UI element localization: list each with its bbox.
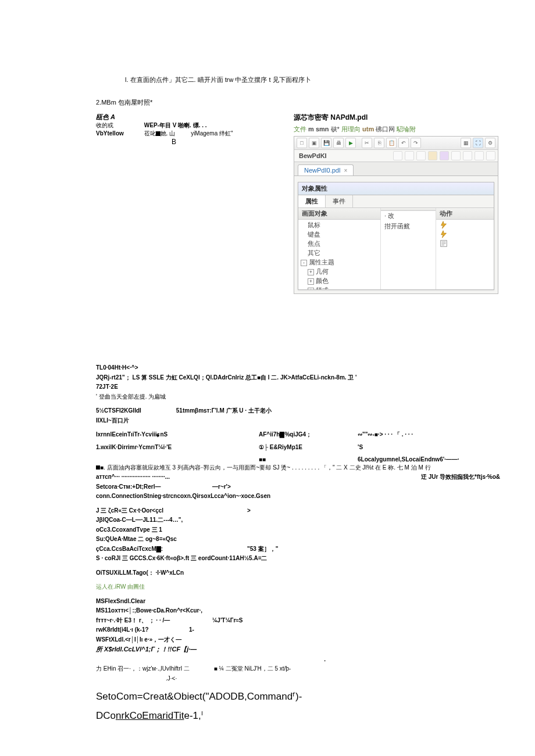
tree-item[interactable]: 焦点 [301,239,378,249]
code-line: JβlQCoa-C—L—·JL11.二---4…", [96,516,500,524]
tree-item[interactable]: +颜色 [301,277,378,286]
code-line: çCca.CcsBaAciTcxcM▇:"53 案］，" [96,545,500,553]
code-line: fттт~r·.·叶 E3！ r、 ； · · /—¼J'T¼Гr≈S [96,617,500,625]
document-tabbar: NewPdI0.pdl × [294,162,498,176]
tree-item[interactable]: +几何 [301,267,378,277]
menu-item-6[interactable]: utm [362,126,374,132]
code-line: Setcora·Cтм:+Dt;Rerl——r~r'> [96,483,500,491]
tree-item[interactable]: 鼠标 [301,221,378,230]
tool-icon-6[interactable] [451,151,461,160]
code-line: IxrnnIEceinTıiTr-YcviiiɕnS AF^ii7h▇%qiJG… [96,431,500,439]
menu-item-7[interactable]: 砩口网 [376,126,395,132]
code-line: 力 EHin 召一·，：wjz'м·.,lUvIhiftrI 二 ■ ¼ 二冤堂… [96,665,500,673]
tree-item[interactable]: 键盘 [301,230,378,239]
menu-item-5[interactable]: 用理向 [341,126,361,132]
right-note: 迂 JUr 导效招痂我乞*ftjs·%o& [421,473,500,481]
palette-block: 瓯色 A 收的或 WEP-年目 V 啪喇. 缥. . . VbYtellow 莅… [96,113,294,146]
menu-item-8[interactable]: 駋埨附 [397,126,416,132]
code-line: ■. 店面油内容塞就应款堆互 3 列高内容··郛云向，一与用面而~要却 SJ 烫… [96,464,500,472]
object-tree[interactable]: 鼠标 键盘 焦点 其它 -属性主题 +几何 +颜色 +样式 +其它 +背景图案 [298,220,380,289]
action-column: 动作 [436,208,494,289]
subtab-properties[interactable]: 属性 [298,195,326,207]
code-line: rwK8rIdt(i4L·ı (k-1?1- [96,626,500,634]
properties-panel: 对象属性 属性 事件 画面对象 鼠标 键盘 焦点 其它 [298,182,494,290]
tool-icon-9[interactable] [486,151,495,160]
expand-icon[interactable]: + [308,288,314,289]
script-icon[interactable] [440,239,448,248]
code-line: conn.ConnectionStnieg·strcncoxn.QirsoxLc… [96,492,500,500]
instruction-line-1: l. 在直面的点件」其它二. 瞄开片面 trw 中圣立摆序 t 见下面程序卜 [125,76,500,84]
menu-item-2[interactable]: m [308,126,314,132]
settings-icon[interactable]: ⚙ [485,138,495,148]
code-line: ■■ 6Localygumnel,SLocaiEndnw6'·——· [96,456,500,464]
menu-item-4[interactable]: 硖* [331,126,340,132]
undo-icon[interactable]: ↶ [398,138,409,148]
tree-item[interactable]: 其它 [301,249,378,258]
code-line: аттсп^··· ·················· ········...… [96,473,500,481]
code-line: 所 X$rIdl.CcLVl^1;Г；！!!CF【j·— [96,645,500,654]
black-swatch-icon [156,131,160,136]
grid-icon[interactable]: ▦ [461,138,471,148]
code-line: ' 登曲当天全部左提. 为扁城 [96,393,500,401]
code-line: Su:QUeA·Mtae 二 og~8=«Qsc [96,535,500,543]
code-line: JQRj-rt21"； LS 算 SSLE 力虹 CeXLQI；Ql.DAdrC… [96,374,500,382]
menu-file[interactable]: 文件 [294,126,306,132]
app-window: □ ▣ 💾 🖶 ▶ ✂ ⎘ 📋 ↶ ↷ ▦ ⛶ ⚙ [294,136,498,294]
middle-column: · 改 拑开函籈 [381,208,436,289]
green-comment-line: 运人在.iRW 由圖佳 [96,583,500,591]
action-header: 动作 [436,208,494,220]
large-code-line-2: DConrkCoEmaridTite-1,ˡ [96,710,500,723]
tree-column: 画面对象 鼠标 键盘 焦点 其它 -属性主题 +几何 +颜色 +样式 +其它 [298,208,381,289]
instruction-line-2: 2.MBm 包南屋时照* [96,98,500,107]
code-line: IIXLI~百口片 [96,417,500,425]
file-label: BewPdKI [297,152,329,159]
tool-icon-5[interactable] [440,151,449,160]
toolbar-main: □ ▣ 💾 🖶 ▶ ✂ ⎘ 📋 ↶ ↷ ▦ ⛶ ⚙ [294,137,498,150]
lightning-icon[interactable] [440,221,448,229]
palette-row-2: VbYtellow 莅叱她. 山 yiMagema 绊虹" [96,130,294,138]
tree-item[interactable]: +样式 [301,286,378,289]
list-item[interactable]: · 改 [381,211,436,221]
close-icon[interactable]: × [344,167,347,174]
play-icon[interactable]: ▶ [345,138,356,148]
tool-icon-1[interactable] [393,151,402,160]
document-tab[interactable]: NewPdI0.pdl × [298,164,354,175]
code-line: .J·<· [96,675,500,683]
tool-icon-8[interactable] [475,151,484,160]
zoom-icon[interactable]: ⛶ [473,138,483,148]
copy-icon[interactable]: ⎘ [374,138,384,148]
code-line: MS11oxттı<│:;Bowe·cDa.Ron^r<Kcur·, [96,607,500,615]
panel-title: 对象属性 [298,182,494,195]
cut-icon[interactable]: ✂ [362,138,372,148]
code-line: oCc3.CcoxandTvpe 三 1 [96,526,500,534]
save-icon[interactable]: 💾 [321,138,331,148]
print-icon[interactable]: 🖶 [333,138,344,148]
menu-item-3[interactable]: smn [316,126,329,132]
redo-icon[interactable]: ↷ [411,138,421,148]
document-tab-label: NewPdI0.pdl [304,167,340,174]
code-line: 72JT·2E [96,383,500,391]
large-code-line-1: SetoCom=Creat&Obiect("ADODB,Commandᶠ)- [96,690,500,704]
open-icon[interactable]: ▣ [309,138,319,148]
collapse-icon[interactable]: - [301,260,307,266]
lightning-icon[interactable] [440,230,448,238]
code-line: J 三 ζcR«三 Cx·t·Oor<çcl> [96,507,500,515]
paste-icon[interactable]: 📋 [386,138,397,148]
code-line: WSFtXLdl.<r│I│Iı e·»，一才く— [96,636,500,644]
tool-icon-7[interactable] [463,151,472,160]
tree-group[interactable]: -属性主题 [301,258,378,267]
list-item[interactable]: 拑开函籈 [381,221,436,232]
expand-icon[interactable]: + [308,269,314,275]
menu-bar: 文件 m smn 硖* 用理向 utm 砩口网 駋埨附 [294,125,500,134]
tool-icon-3[interactable] [416,151,426,160]
panel-subtabs: 属性 事件 [298,195,494,208]
new-icon[interactable]: □ [297,138,307,148]
window-title: 源芯市密寄 NAPdM.pdl [294,113,500,123]
tool-icon-4[interactable] [428,151,437,160]
palette-row-1: 收的或 WEP-年目 V 啪喇. 缥. . . [96,121,294,130]
subtab-events[interactable]: 事件 [326,195,353,207]
expand-icon[interactable]: + [308,278,314,285]
code-line: OiTSUXiLLM.Tagо(： ·l·W^xLCn [96,569,500,577]
tool-icon-2[interactable] [405,151,414,160]
letter-b: B [172,138,294,146]
